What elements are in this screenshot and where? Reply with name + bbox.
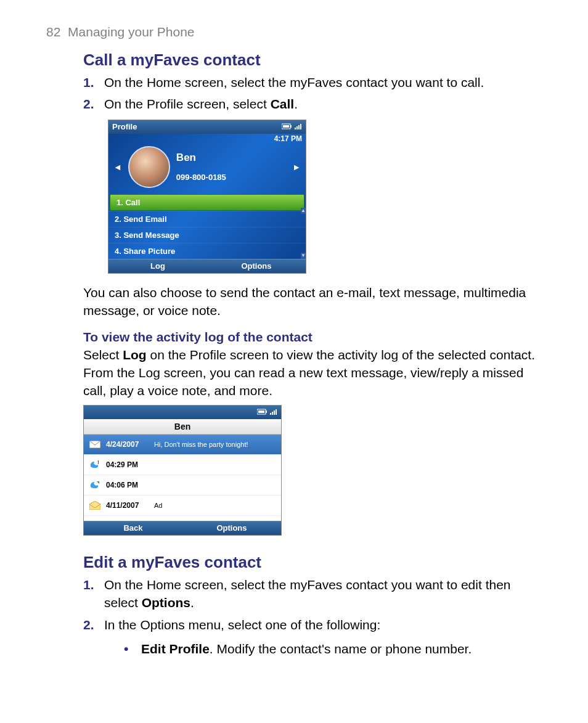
chapter-title: Managing your Phone (68, 25, 194, 39)
svg-text:!: ! (97, 460, 99, 465)
bullet-text: Edit Profile. Modify the contact's name … (141, 640, 472, 658)
edit-step-2: 2. In the Options menu, select one of th… (83, 616, 542, 634)
log-date: 04:29 PM (106, 460, 149, 469)
section-title-edit: Edit a myFaves contact (83, 553, 542, 572)
svg-rect-12 (274, 411, 275, 415)
step-number: 1. (83, 73, 104, 91)
step-text: On the Profile screen, select Call. (104, 95, 298, 113)
step-number: 2. (83, 95, 104, 113)
scroll-up-icon[interactable]: ▲ (301, 208, 306, 214)
svg-marker-16 (97, 481, 99, 484)
step-number: 2. (83, 616, 104, 634)
contact-name: Ben (176, 152, 286, 164)
profile-screenshot: Profile 4:17 PM ◄ Ben 099-800-0185 ► 1. … (108, 120, 306, 274)
edit-bullets: • Edit Profile. Modify the contact's nam… (124, 640, 542, 658)
call-steps: 1. On the Home screen, select the myFave… (83, 73, 542, 113)
sub-heading-activity-log: To view the activity log of the contact (83, 330, 542, 345)
call-step-1: 1. On the Home screen, select the myFave… (83, 73, 542, 91)
log-header-name: Ben (84, 419, 281, 435)
svg-rect-2 (290, 125, 292, 128)
softkey-log[interactable]: Log (108, 259, 207, 273)
menu-item-send-message[interactable]: 3. Send Message (108, 227, 306, 243)
svg-rect-3 (295, 128, 296, 129)
battery-icon (282, 122, 293, 131)
softkey-bar: Log Options (108, 259, 306, 273)
svg-rect-10 (270, 413, 271, 415)
log-screenshot: Ben 4/24/2007 Hi, Don't miss the party t… (83, 405, 282, 536)
contact-row: ◄ Ben 099-800-0185 ► (108, 144, 306, 194)
profile-menu: 1. Call 2. Send Email 3. Send Message 4.… (108, 194, 306, 259)
titlebar: Profile (108, 120, 306, 134)
svg-rect-6 (300, 124, 301, 129)
outgoing-call-icon (89, 480, 101, 491)
bullet-edit-profile: • Edit Profile. Modify the contact's nam… (124, 640, 542, 658)
svg-rect-9 (266, 411, 267, 413)
edit-steps: 1. On the Home screen, select the myFave… (83, 576, 542, 634)
svg-rect-5 (298, 125, 300, 129)
bullet-dot-icon: • (124, 640, 141, 658)
softkey-back[interactable]: Back (84, 521, 182, 535)
section-title-call: Call a myFaves contact (83, 51, 542, 70)
mail-icon (89, 439, 101, 450)
page-header: 82 Managing your Phone (46, 25, 542, 39)
status-icons (282, 122, 302, 131)
svg-rect-11 (272, 412, 273, 415)
menu-item-call[interactable]: 1. Call (110, 194, 304, 211)
log-row[interactable]: 4/11/2007 Ad (84, 496, 281, 516)
titlebar-text: Profile (112, 122, 137, 131)
menu-item-send-email[interactable]: 2. Send Email (108, 211, 306, 227)
signal-icon (270, 407, 277, 417)
svg-rect-4 (296, 126, 298, 129)
call-step-2: 2. On the Profile screen, select Call. (83, 95, 542, 113)
step-number: 1. (83, 576, 104, 612)
svg-rect-1 (283, 125, 289, 128)
titlebar (84, 406, 281, 419)
battery-icon (257, 407, 268, 417)
sub-paragraph: Select Log on the Profile screen to view… (83, 346, 542, 400)
scrollbar[interactable]: ▲ ▼ (301, 208, 306, 259)
log-list: 4/24/2007 Hi, Don't miss the party tonig… (84, 435, 281, 521)
status-icons (257, 407, 277, 417)
step-text: On the Home screen, select the myFaves c… (104, 73, 484, 91)
contact-avatar (128, 146, 170, 188)
log-date: 04:06 PM (106, 481, 149, 489)
signal-icon (295, 122, 302, 131)
time-display: 4:17 PM (108, 134, 306, 144)
log-text: Hi, Don't miss the party tonight! (154, 441, 276, 448)
missed-call-icon: ! (89, 459, 101, 470)
edit-step-1: 1. On the Home screen, select the myFave… (83, 576, 542, 612)
softkey-options[interactable]: Options (182, 521, 281, 535)
log-date: 4/11/2007 (106, 501, 149, 510)
step-text: On the Home screen, select the myFaves c… (104, 576, 542, 612)
svg-rect-8 (258, 411, 264, 413)
page-number: 82 (46, 25, 60, 39)
contact-info: Ben 099-800-0185 (176, 152, 286, 182)
next-arrow-icon[interactable]: ► (292, 162, 301, 172)
log-text: Ad (154, 502, 276, 509)
svg-rect-13 (276, 409, 277, 415)
softkey-bar: Back Options (84, 521, 281, 535)
softkey-options[interactable]: Options (207, 259, 306, 273)
log-date: 4/24/2007 (106, 440, 149, 449)
mail-open-icon (89, 500, 101, 511)
log-row[interactable]: 04:06 PM (84, 475, 281, 496)
scroll-down-icon[interactable]: ▼ (301, 253, 306, 259)
after-paragraph: You can also choose to send the contact … (83, 284, 542, 320)
prev-arrow-icon[interactable]: ◄ (113, 162, 122, 172)
contact-phone: 099-800-0185 (176, 173, 286, 182)
step-text: In the Options menu, select one of the f… (104, 616, 380, 634)
menu-item-share-picture[interactable]: 4. Share Picture (108, 243, 306, 259)
log-row[interactable]: 4/24/2007 Hi, Don't miss the party tonig… (84, 435, 281, 455)
log-row[interactable]: ! 04:29 PM (84, 455, 281, 475)
